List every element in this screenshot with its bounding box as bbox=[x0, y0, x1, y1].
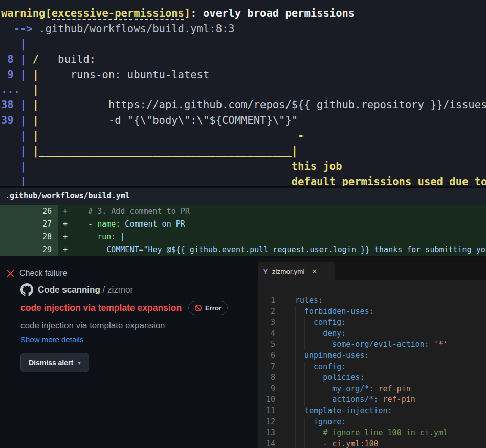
finding-row: code injection via template expansion Er… bbox=[20, 301, 228, 315]
terminal-line: | this job bbox=[1, 159, 486, 174]
indent-guide bbox=[323, 384, 332, 395]
terminal-line: | | - bbox=[1, 128, 486, 144]
editor-code-line: 14- ci.yml:100 bbox=[258, 439, 486, 448]
editor-line-number: 12 bbox=[258, 417, 275, 428]
diff-add-marker: + bbox=[63, 218, 70, 231]
editor-code-line: 11template-injection: bbox=[258, 406, 486, 417]
terminal-panel: warning[excessive-permissions]: overly b… bbox=[0, 0, 486, 186]
check-failure-x-icon bbox=[7, 270, 14, 277]
terminal-line: ... | bbox=[1, 82, 486, 98]
editor-line-number: 3 bbox=[258, 317, 275, 328]
github-logo-icon bbox=[20, 283, 33, 296]
code-scanning-row: Code scanning / zizmor bbox=[20, 283, 133, 296]
indent-guide bbox=[304, 384, 314, 395]
editor-line-number: 7 bbox=[258, 362, 275, 373]
editor-line-number: 4 bbox=[258, 328, 275, 340]
indent-guide bbox=[295, 417, 304, 428]
error-badge-label: Error bbox=[205, 304, 222, 312]
editor-panel: Y zizmor.yml ✕ 1rules:2forbidden-uses:3c… bbox=[258, 258, 486, 448]
indent-guide bbox=[295, 339, 304, 350]
tool-name: Code scanning / zizmor bbox=[38, 285, 133, 295]
dismiss-alert-button[interactable]: Dismiss alert ▾ bbox=[20, 353, 89, 372]
editor-code-area[interactable]: 1rules:2forbidden-uses:3config:4deny:5so… bbox=[258, 280, 486, 448]
indent-guide bbox=[295, 372, 304, 384]
editor-code-line: 13# ignore line 100 in ci.yml bbox=[258, 428, 486, 439]
editor-line-number: 14 bbox=[258, 439, 275, 448]
indent-guide bbox=[314, 339, 323, 350]
editor-code-line: 7config: bbox=[258, 362, 486, 373]
editor-line-number: 8 bbox=[258, 372, 275, 384]
editor-line-number: 1 bbox=[258, 295, 275, 306]
indent-guide bbox=[314, 439, 323, 448]
indent-guide bbox=[314, 394, 323, 406]
diff-row: 27+ - name: Comment on PR bbox=[0, 218, 486, 231]
diff-line-number: 26 bbox=[0, 205, 58, 218]
indent-guide bbox=[314, 428, 323, 439]
circle-slash-icon bbox=[194, 304, 202, 312]
terminal-line: 39 | | -d "{\"body\":\"${COMMENT}\"}" bbox=[1, 113, 486, 128]
editor-line-number: 5 bbox=[258, 339, 275, 350]
terminal-line: 9 | | runs-on: ubuntu-latest bbox=[1, 68, 486, 83]
editor-code-line: 3config: bbox=[258, 317, 486, 328]
diff-line-number: 29 bbox=[0, 243, 58, 256]
indent-guide bbox=[304, 428, 314, 439]
indent-guide bbox=[295, 350, 304, 362]
terminal-line: | default permissions used due to bbox=[1, 174, 486, 186]
indent-guide bbox=[304, 394, 314, 406]
indent-guide bbox=[323, 339, 332, 350]
editor-line-number: 9 bbox=[258, 384, 275, 395]
indent-guide bbox=[295, 362, 304, 373]
editor-tab-label: zizmor.yml bbox=[272, 267, 305, 275]
indent-guide bbox=[295, 328, 304, 340]
indent-guide bbox=[304, 372, 314, 384]
indent-guide bbox=[314, 384, 323, 395]
indent-guide bbox=[304, 362, 314, 373]
editor-code-line: 5some-org/evil-action: '*' bbox=[258, 339, 486, 350]
terminal-line: warning[excessive-permissions]: overly b… bbox=[1, 6, 486, 21]
indent-guide bbox=[295, 384, 304, 395]
diff-panel: .github/workflows/build.yml 26+ # 3. Add… bbox=[0, 186, 486, 256]
terminal-line: 8 | / build: bbox=[1, 52, 486, 68]
indent-guide bbox=[304, 339, 314, 350]
editor-line-number: 13 bbox=[258, 428, 275, 439]
indent-guide bbox=[295, 317, 304, 328]
editor-code-line: 12ignore: bbox=[258, 417, 486, 428]
finding-description: code injection via template expansion bbox=[20, 321, 165, 331]
indent-guide bbox=[295, 394, 304, 406]
diff-add-marker: + bbox=[63, 231, 70, 243]
show-more-details-link[interactable]: Show more details bbox=[20, 335, 83, 344]
editor-code-line: 9my-org/*: ref-pin bbox=[258, 384, 486, 395]
yaml-file-icon: Y bbox=[263, 267, 268, 275]
diff-row: 28+ run: | bbox=[0, 231, 486, 243]
diff-rows: 26+ # 3. Add comment to PR27+ - name: Co… bbox=[0, 205, 486, 256]
diff-file-header: .github/workflows/build.yml bbox=[0, 186, 486, 205]
indent-guide bbox=[304, 328, 314, 340]
editor-code-line: 2forbidden-uses: bbox=[258, 306, 486, 318]
chevron-down-icon: ▾ bbox=[78, 360, 81, 366]
indent-guide bbox=[304, 417, 314, 428]
editor-code-line: 10actions/*: ref-pin bbox=[258, 394, 486, 406]
indent-guide bbox=[295, 306, 304, 318]
editor-code-line: 8policies: bbox=[258, 372, 486, 384]
indent-guide bbox=[323, 394, 332, 406]
screenshot-root: warning[excessive-permissions]: overly b… bbox=[0, 0, 486, 448]
editor-code-line: 6unpinned-uses: bbox=[258, 350, 486, 362]
diff-line-number: 27 bbox=[0, 218, 58, 231]
terminal-line: | bbox=[1, 37, 486, 52]
indent-guide bbox=[295, 428, 304, 439]
editor-line-number: 10 bbox=[258, 394, 275, 406]
indent-guide bbox=[314, 372, 323, 384]
indent-guide bbox=[304, 439, 314, 448]
editor-tab-bar: Y zizmor.yml ✕ bbox=[258, 258, 486, 280]
terminal-line: | |_____________________________________… bbox=[1, 144, 486, 159]
terminal-output: warning[excessive-permissions]: overly b… bbox=[0, 0, 486, 186]
tab-close-icon[interactable]: ✕ bbox=[312, 267, 318, 275]
diff-add-marker: + bbox=[63, 205, 70, 218]
check-failure-title: Check failure bbox=[19, 268, 67, 278]
indent-guide bbox=[295, 439, 304, 448]
editor-tab-zizmor-yml[interactable]: Y zizmor.yml ✕ bbox=[258, 262, 335, 280]
indent-guide bbox=[314, 328, 323, 340]
diff-add-marker: + bbox=[63, 243, 70, 256]
error-badge: Error bbox=[188, 301, 228, 315]
editor-code-line: 4deny: bbox=[258, 328, 486, 340]
